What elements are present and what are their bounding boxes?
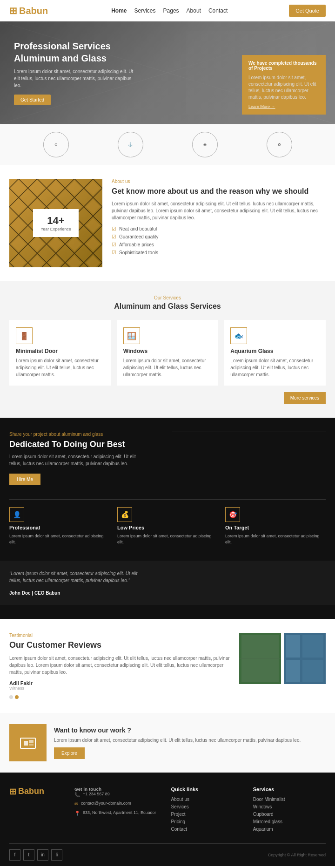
testimonial-label: Testimonial <box>9 633 232 638</box>
quick-link-services[interactable]: Services <box>171 804 244 809</box>
feature-target: 🎯 On Target Lorem ipsum dolor sit amet, … <box>225 507 326 551</box>
quick-links-list: About us Services Project Pricing Contac… <box>171 797 244 832</box>
footer-service-3[interactable]: Cupboard <box>253 812 326 817</box>
footer-bottom: f t in li Copyright © All Right Reserved <box>9 843 326 866</box>
services-grid: 🚪 Minimalist Door Lorem ipsum dolor sit … <box>9 320 326 386</box>
logo-item-2: ⚓ <box>118 132 143 157</box>
linkedin-icon[interactable]: li <box>51 849 62 861</box>
feature-professional: 👤 Professional Lorem ipsum dolor sit ame… <box>9 507 110 551</box>
svg-rect-14 <box>302 660 323 682</box>
more-services-button[interactable]: More services <box>284 392 326 404</box>
about-features-list: Neat and beautiful Guaranteed quality Af… <box>112 226 326 256</box>
footer-services: Services Door Minimalist Windows Cupboar… <box>253 787 326 834</box>
svg-rect-17 <box>29 740 34 743</box>
email-icon: ✉ <box>74 801 78 807</box>
hero-card-text: Lorem ipsum dolor sit amet, consectetur … <box>248 75 319 101</box>
feature-professional-desc: Lorem ipsum dolor sit amet, consectetur … <box>9 533 110 545</box>
services-section: Our Services Aluminum and Glass Services… <box>0 281 335 418</box>
quote-author: John Doe | CEO Babun <box>9 590 326 596</box>
hero-description: Lorem ipsum dolor sit amet, consectetur … <box>14 68 135 89</box>
hero-card-link[interactable]: Learn More → <box>248 104 319 109</box>
service-2-title: Windows <box>123 348 212 354</box>
get-quote-button[interactable]: Get Quote <box>289 5 326 17</box>
dot-1[interactable] <box>9 695 13 699</box>
logo: ⊞ Babun <box>9 5 50 16</box>
feature-target-title: On Target <box>225 525 326 530</box>
explore-button[interactable]: Explore <box>54 747 85 759</box>
nav-about[interactable]: About <box>187 7 201 14</box>
svg-rect-11 <box>286 635 300 658</box>
svg-rect-18 <box>29 744 34 746</box>
instagram-icon[interactable]: in <box>37 849 48 861</box>
quick-link-about[interactable]: About us <box>171 797 244 802</box>
footer-quick-links: Quick links About us Services Project Pr… <box>171 787 244 834</box>
testimonial-title: Our Customer Reviews <box>9 640 232 651</box>
service-card-1: 🚪 Minimalist Door Lorem ipsum dolor sit … <box>9 320 111 386</box>
testimonial-section: Testimonial Our Customer Reviews Lorem i… <box>0 619 335 712</box>
about-description: Lorem ipsum dolor sit amet, consectetur … <box>112 200 326 221</box>
footer-phone: 📞 +1 234 567 89 <box>74 792 162 797</box>
windows-icon: 🪟 <box>123 327 140 344</box>
social-icons: f t in li <box>9 849 62 861</box>
footer-top: ⊞ Babun Get in touch 📞 +1 234 567 89 ✉ c… <box>9 787 326 843</box>
footer-email: ✉ contact@your-domain.com <box>74 801 162 807</box>
svg-rect-13 <box>286 660 300 682</box>
footer-logo-icon: ⊞ <box>9 787 16 797</box>
svg-rect-12 <box>302 635 323 658</box>
feature-item-3: Affordable prices <box>112 242 326 248</box>
dot-2[interactable] <box>15 695 19 699</box>
dedicated-title: Dedicated To Doing Our Best <box>9 440 163 449</box>
nav-contact[interactable]: Contact <box>208 7 228 14</box>
feature-target-desc: Lorem ipsum dolor sit amet, consectetur … <box>225 533 326 545</box>
footer-service-2[interactable]: Windows <box>253 804 326 809</box>
hero-content: Professional Services Aluminum and Glass… <box>14 40 135 105</box>
services-title: Aluminum and Glass Services <box>9 302 326 311</box>
about-image: 14+ Year Experience <box>9 179 102 267</box>
divider <box>9 499 326 500</box>
service-card-3: 🐟 Aquarium Glass Lorem ipsum dolor sit a… <box>224 320 326 386</box>
testimonial-description: Lorem ipsum dolor sit amet, consectetur … <box>9 655 232 676</box>
feature-item-2: Guaranteed quality <box>112 234 326 240</box>
logo-item-3: ◉ <box>192 132 218 157</box>
nav-home[interactable]: Home <box>111 7 127 14</box>
quick-link-pricing[interactable]: Pricing <box>171 819 244 824</box>
email-address: contact@your-domain.com <box>81 801 131 806</box>
services-label: Our Services <box>9 295 326 300</box>
experience-label: Year Experience <box>40 227 71 231</box>
footer-logo-text: Babun <box>18 787 44 796</box>
footer-service-1[interactable]: Door Minimalist <box>253 797 326 802</box>
footer-contact-title: Get in touch <box>74 787 162 792</box>
services-header: Our Services Aluminum and Glass Services <box>9 295 326 311</box>
dedicated-section: Share your project about aluminum and gl… <box>0 418 335 619</box>
nav-pages[interactable]: Pages <box>163 7 179 14</box>
service-card-2: 🪟 Windows Lorem ipsum dolor sit amet, co… <box>117 320 219 386</box>
footer-service-5[interactable]: Aquarium <box>253 827 326 832</box>
navbar: ⊞ Babun Home Services Pages About Contac… <box>0 0 335 21</box>
about-text: About us Get know more about us and the … <box>102 179 326 267</box>
cta-section: Want to know our work ? Lorem ipsum dolo… <box>0 713 335 773</box>
service-3-title: Aquarium Glass <box>230 348 319 354</box>
dedicated-description: Lorem ipsum dolor sit amet, consectetur … <box>9 453 140 467</box>
hire-me-button[interactable]: Hire Me <box>9 474 40 485</box>
service-1-desc: Lorem ipsum dolor sit amet, consectetur … <box>16 357 105 378</box>
nav-services[interactable]: Services <box>134 7 156 14</box>
reviewer-name: Adil Fakir <box>9 680 232 686</box>
get-started-button[interactable]: Get Started <box>14 95 51 105</box>
footer-service-4[interactable]: Mirrored glass <box>253 819 326 824</box>
testimonial-images <box>239 633 326 698</box>
footer-services-title: Services <box>253 787 326 792</box>
phone-icon: 📞 <box>74 792 80 797</box>
feature-prices: 💰 Low Prices Lorem ipsum dolor sit amet,… <box>117 507 218 551</box>
hero-title: Professional Services Aluminum and Glass <box>14 40 135 64</box>
dedicated-label: Share your project about aluminum and gl… <box>9 432 163 437</box>
quick-link-project[interactable]: Project <box>171 812 244 817</box>
feature-prices-title: Low Prices <box>117 525 218 530</box>
quick-link-contact[interactable]: Contact <box>171 827 244 832</box>
footer-logo: ⊞ Babun <box>9 787 65 797</box>
address-text: 633, Northwest, Apartment 11, Ecuador <box>83 810 156 815</box>
facebook-icon[interactable]: f <box>9 849 20 861</box>
about-label: About us <box>112 179 326 184</box>
twitter-icon[interactable]: t <box>23 849 34 861</box>
feature-prices-desc: Lorem ipsum dolor sit amet, consectetur … <box>117 533 218 545</box>
footer-brand: ⊞ Babun <box>9 787 65 834</box>
